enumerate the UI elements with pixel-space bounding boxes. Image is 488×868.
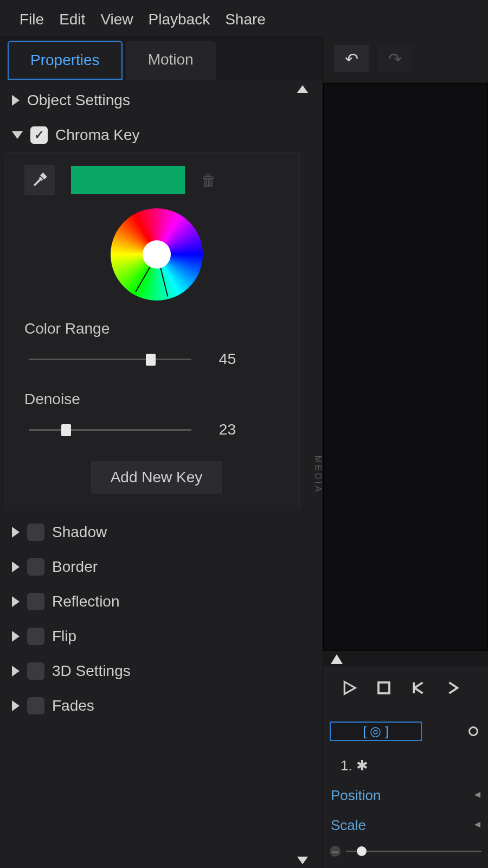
zoom-slider[interactable] <box>346 851 481 852</box>
step-forward-button[interactable] <box>444 678 463 698</box>
color-swatch[interactable] <box>71 166 185 194</box>
tab-properties[interactable]: Properties <box>8 41 123 80</box>
menu-view[interactable]: View <box>100 11 133 28</box>
seek-bar[interactable] <box>323 653 488 666</box>
caret-right-icon <box>12 700 20 711</box>
denoise-label: Denoise <box>24 387 288 411</box>
section-flip[interactable]: Flip <box>5 619 313 654</box>
step-back-icon <box>410 680 427 696</box>
checkbox-fades[interactable] <box>27 697 44 714</box>
section-object-settings[interactable]: Object Settings <box>5 83 313 118</box>
timeline-prop-position[interactable]: Position ◂ <box>328 781 484 810</box>
caret-right-icon <box>12 95 20 106</box>
keyframe-selector[interactable]: [ ◎ ] <box>330 722 422 741</box>
section-label: Flip <box>52 628 76 645</box>
zoom-out-button[interactable]: – <box>330 846 341 857</box>
denoise-slider[interactable] <box>29 429 191 431</box>
section-label: 3D Settings <box>52 662 131 680</box>
tab-motion[interactable]: Motion <box>126 41 216 80</box>
caret-right-icon <box>12 666 20 676</box>
section-label: Object Settings <box>27 92 130 109</box>
section-label: Border <box>52 558 98 576</box>
section-label: Fades <box>52 697 94 714</box>
wheel-indicator <box>157 254 168 297</box>
preview-viewport[interactable] <box>323 83 488 651</box>
track-name[interactable]: 1. ✱ <box>328 751 484 781</box>
redo-icon: ↷ <box>388 49 402 68</box>
svg-rect-0 <box>378 682 389 693</box>
menu-file[interactable]: File <box>20 11 44 28</box>
chevron-up-icon[interactable] <box>297 85 308 93</box>
slider-thumb[interactable] <box>357 846 367 856</box>
checkbox-reflection[interactable] <box>27 593 44 610</box>
keyframe-indicator-icon[interactable] <box>468 726 478 736</box>
undo-button[interactable]: ↶ <box>334 45 369 72</box>
eyedropper-button[interactable] <box>24 165 55 195</box>
menu-bar: File Edit View Playback Share <box>0 0 488 36</box>
color-wheel[interactable] <box>111 208 203 301</box>
wheel-indicator <box>135 254 158 292</box>
section-border[interactable]: Border <box>5 550 313 584</box>
section-reflection[interactable]: Reflection <box>5 584 313 619</box>
caret-right-icon <box>12 527 20 538</box>
denoise-value: 23 <box>209 421 236 438</box>
checkbox-3d-settings[interactable] <box>27 662 44 680</box>
step-back-button[interactable] <box>409 678 428 698</box>
caret-right-icon <box>12 631 20 642</box>
play-button[interactable] <box>339 678 359 698</box>
color-range-label: Color Range <box>24 317 288 341</box>
caret-right-icon <box>12 561 20 572</box>
caret-down-icon <box>12 131 23 139</box>
slider-thumb[interactable] <box>61 424 71 436</box>
slider-thumb[interactable] <box>146 354 156 366</box>
section-label: Reflection <box>52 593 120 610</box>
transport-controls <box>323 666 488 712</box>
menu-playback[interactable]: Playback <box>149 11 210 28</box>
color-range-value: 45 <box>209 350 236 368</box>
checkbox-shadow[interactable] <box>27 524 44 541</box>
timeline-prop-label: Scale <box>331 817 366 834</box>
properties-panel: MEDIA Object Settings Chroma Key 🗑 <box>0 80 323 868</box>
chevron-down-icon[interactable] <box>297 857 308 864</box>
stop-button[interactable] <box>374 678 394 698</box>
properties-tabs: Properties Motion <box>0 36 323 80</box>
caret-right-icon <box>12 596 20 607</box>
timeline-prop-label: Position <box>331 787 381 804</box>
chroma-key-body: 🗑 Color Range 45 Denoise <box>5 152 300 509</box>
eyedropper-icon <box>31 172 48 188</box>
checkbox-flip[interactable] <box>27 628 44 645</box>
section-chroma-key[interactable]: Chroma Key <box>5 118 313 152</box>
add-new-key-button[interactable]: Add New Key <box>91 461 222 494</box>
section-3d-settings[interactable]: 3D Settings <box>5 654 313 688</box>
section-shadow[interactable]: Shadow <box>5 515 313 550</box>
timeline-panel: [ ◎ ] 1. ✱ Position ◂ Scale ◂ – <box>323 712 488 868</box>
section-label: Chroma Key <box>55 126 140 144</box>
panel-scrollbar[interactable] <box>299 80 306 868</box>
playhead-icon[interactable] <box>331 654 343 664</box>
checkbox-chroma-key[interactable] <box>30 126 48 144</box>
stop-icon <box>376 680 392 696</box>
chevron-left-icon[interactable]: ◂ <box>474 817 480 834</box>
trash-icon[interactable]: 🗑 <box>201 171 216 189</box>
menu-edit[interactable]: Edit <box>59 11 85 28</box>
undo-icon: ↶ <box>345 49 358 68</box>
section-fades[interactable]: Fades <box>5 688 313 723</box>
color-range-slider[interactable] <box>29 359 191 360</box>
section-label: Shadow <box>52 524 107 541</box>
step-forward-icon <box>445 680 461 696</box>
checkbox-border[interactable] <box>27 558 44 576</box>
menu-share[interactable]: Share <box>225 11 266 28</box>
play-icon <box>341 680 357 696</box>
divider-label: MEDIA <box>313 456 323 494</box>
chevron-left-icon[interactable]: ◂ <box>474 787 480 804</box>
redo-button[interactable]: ↷ <box>377 45 412 72</box>
timeline-prop-scale[interactable]: Scale ◂ <box>328 810 484 840</box>
